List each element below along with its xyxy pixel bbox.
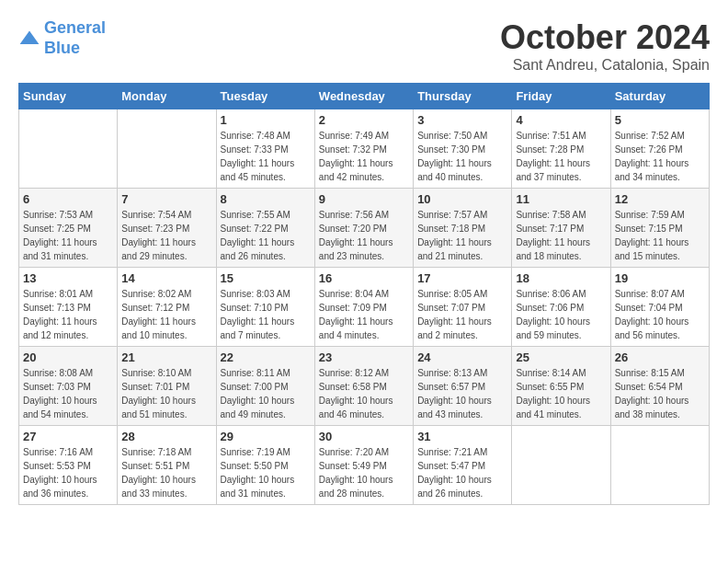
calendar-cell: 19Sunrise: 8:07 AMSunset: 7:04 PMDayligh… [610,268,709,347]
calendar-cell: 1Sunrise: 7:48 AMSunset: 7:33 PMDaylight… [216,109,314,189]
day-number: 30 [319,430,409,443]
week-row-3: 13Sunrise: 8:01 AMSunset: 7:13 PMDayligh… [19,268,710,347]
location-subtitle: Sant Andreu, Catalonia, Spain [500,57,710,74]
calendar-table: SundayMondayTuesdayWednesdayThursdayFrid… [18,83,710,505]
day-info: Sunrise: 8:07 AMSunset: 7:04 PMDaylight:… [615,287,705,342]
day-info: Sunrise: 8:03 AMSunset: 7:10 PMDaylight:… [221,287,311,342]
day-info: Sunrise: 8:08 AMSunset: 7:03 PMDaylight:… [23,366,113,421]
weekday-header-saturday: Saturday [610,84,709,109]
day-number: 13 [23,271,113,285]
day-number: 8 [221,192,311,206]
day-info: Sunrise: 7:54 AMSunset: 7:23 PMDaylight:… [121,208,211,263]
day-number: 28 [121,430,211,443]
weekday-header-tuesday: Tuesday [216,84,314,109]
day-number: 9 [319,192,409,206]
day-info: Sunrise: 8:10 AMSunset: 7:01 PMDaylight:… [121,366,211,421]
day-info: Sunrise: 7:58 AMSunset: 7:17 PMDaylight:… [516,208,606,263]
calendar-cell: 9Sunrise: 7:56 AMSunset: 7:20 PMDaylight… [314,189,413,268]
calendar-cell: 8Sunrise: 7:55 AMSunset: 7:22 PMDaylight… [216,189,314,268]
weekday-header-wednesday: Wednesday [314,84,413,109]
calendar-cell: 6Sunrise: 7:53 AMSunset: 7:25 PMDaylight… [19,189,118,268]
day-number: 14 [121,271,211,285]
day-number: 21 [121,350,211,364]
month-title: October 2024 [500,18,710,57]
logo-text: General Blue [44,18,106,58]
day-number: 22 [221,350,311,364]
day-info: Sunrise: 8:15 AMSunset: 6:54 PMDaylight:… [615,366,705,421]
calendar-cell: 7Sunrise: 7:54 AMSunset: 7:23 PMDaylight… [118,189,216,268]
calendar-cell: 26Sunrise: 8:15 AMSunset: 6:54 PMDayligh… [610,347,709,426]
svg-marker-0 [20,30,40,43]
day-number: 15 [221,271,311,285]
week-row-4: 20Sunrise: 8:08 AMSunset: 7:03 PMDayligh… [19,347,710,426]
weekday-header-sunday: Sunday [19,84,118,109]
logo-icon [18,29,40,48]
day-number: 26 [615,350,705,364]
day-number: 24 [417,350,507,364]
weekday-header-row: SundayMondayTuesdayWednesdayThursdayFrid… [19,84,710,109]
calendar-cell: 20Sunrise: 8:08 AMSunset: 7:03 PMDayligh… [19,347,118,426]
calendar-cell: 2Sunrise: 7:49 AMSunset: 7:32 PMDaylight… [314,109,413,189]
calendar-cell: 3Sunrise: 7:50 AMSunset: 7:30 PMDaylight… [414,109,512,189]
day-number: 25 [516,350,606,364]
calendar-cell: 18Sunrise: 8:06 AMSunset: 7:06 PMDayligh… [512,268,610,347]
day-number: 3 [417,113,507,127]
calendar-cell: 12Sunrise: 7:59 AMSunset: 7:15 PMDayligh… [610,189,709,268]
calendar-cell: 14Sunrise: 8:02 AMSunset: 7:12 PMDayligh… [118,268,216,347]
day-number: 23 [319,350,409,364]
day-number: 1 [221,113,311,127]
calendar-cell: 5Sunrise: 7:52 AMSunset: 7:26 PMDaylight… [610,109,709,189]
calendar-cell: 24Sunrise: 8:13 AMSunset: 6:57 PMDayligh… [414,347,512,426]
calendar-cell: 23Sunrise: 8:12 AMSunset: 6:58 PMDayligh… [314,347,413,426]
day-number: 18 [516,271,606,285]
day-number: 17 [417,271,507,285]
week-row-1: 1Sunrise: 7:48 AMSunset: 7:33 PMDaylight… [19,109,710,189]
calendar-cell: 17Sunrise: 8:05 AMSunset: 7:07 PMDayligh… [414,268,512,347]
calendar-cell: 21Sunrise: 8:10 AMSunset: 7:01 PMDayligh… [118,347,216,426]
week-row-2: 6Sunrise: 7:53 AMSunset: 7:25 PMDaylight… [19,189,710,268]
day-info: Sunrise: 7:18 AMSunset: 5:51 PMDaylight:… [121,445,211,500]
calendar-cell: 11Sunrise: 7:58 AMSunset: 7:17 PMDayligh… [512,189,610,268]
day-info: Sunrise: 8:11 AMSunset: 7:00 PMDaylight:… [221,366,311,421]
day-number: 5 [615,113,705,127]
day-info: Sunrise: 8:05 AMSunset: 7:07 PMDaylight:… [417,287,507,342]
day-number: 31 [417,430,507,443]
weekday-header-friday: Friday [512,84,610,109]
day-info: Sunrise: 8:13 AMSunset: 6:57 PMDaylight:… [417,366,507,421]
day-number: 10 [417,192,507,206]
calendar-cell: 30Sunrise: 7:20 AMSunset: 5:49 PMDayligh… [314,426,413,505]
day-number: 20 [23,350,113,364]
calendar-cell: 22Sunrise: 8:11 AMSunset: 7:00 PMDayligh… [216,347,314,426]
calendar-cell: 4Sunrise: 7:51 AMSunset: 7:28 PMDaylight… [512,109,610,189]
weekday-header-thursday: Thursday [414,84,512,109]
day-info: Sunrise: 7:59 AMSunset: 7:15 PMDaylight:… [615,208,705,263]
calendar-cell: 25Sunrise: 8:14 AMSunset: 6:55 PMDayligh… [512,347,610,426]
title-block: October 2024 Sant Andreu, Catalonia, Spa… [500,18,710,74]
calendar-cell: 10Sunrise: 7:57 AMSunset: 7:18 PMDayligh… [414,189,512,268]
day-info: Sunrise: 7:52 AMSunset: 7:26 PMDaylight:… [615,129,705,184]
day-info: Sunrise: 7:19 AMSunset: 5:50 PMDaylight:… [221,445,311,500]
logo: General Blue [18,18,106,58]
day-number: 19 [615,271,705,285]
day-info: Sunrise: 7:48 AMSunset: 7:33 PMDaylight:… [221,129,311,184]
calendar-cell: 27Sunrise: 7:16 AMSunset: 5:53 PMDayligh… [19,426,118,505]
day-info: Sunrise: 8:06 AMSunset: 7:06 PMDaylight:… [516,287,606,342]
day-info: Sunrise: 7:21 AMSunset: 5:47 PMDaylight:… [417,445,507,500]
day-info: Sunrise: 8:04 AMSunset: 7:09 PMDaylight:… [319,287,409,342]
calendar-cell [610,426,709,505]
day-info: Sunrise: 7:56 AMSunset: 7:20 PMDaylight:… [319,208,409,263]
day-number: 11 [516,192,606,206]
day-number: 2 [319,113,409,127]
calendar-cell: 15Sunrise: 8:03 AMSunset: 7:10 PMDayligh… [216,268,314,347]
day-number: 16 [319,271,409,285]
calendar-cell: 13Sunrise: 8:01 AMSunset: 7:13 PMDayligh… [19,268,118,347]
calendar-cell [19,109,118,189]
calendar-cell: 29Sunrise: 7:19 AMSunset: 5:50 PMDayligh… [216,426,314,505]
day-number: 27 [23,430,113,443]
day-number: 6 [23,192,113,206]
day-info: Sunrise: 8:12 AMSunset: 6:58 PMDaylight:… [319,366,409,421]
day-number: 4 [516,113,606,127]
calendar-cell: 16Sunrise: 8:04 AMSunset: 7:09 PMDayligh… [314,268,413,347]
day-info: Sunrise: 7:53 AMSunset: 7:25 PMDaylight:… [23,208,113,263]
day-info: Sunrise: 8:14 AMSunset: 6:55 PMDaylight:… [516,366,606,421]
